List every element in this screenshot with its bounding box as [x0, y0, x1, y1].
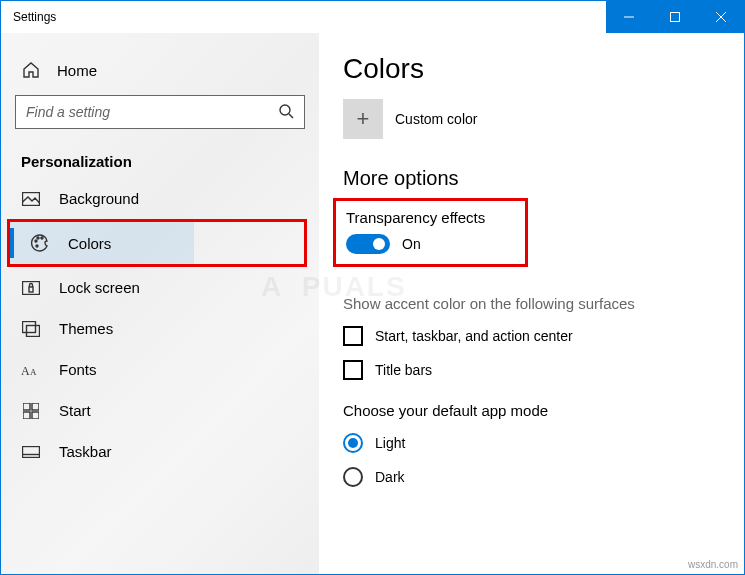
highlight-colors: Colors: [7, 219, 307, 267]
minimize-button[interactable]: [606, 1, 652, 33]
sidebar-item-label: Background: [59, 190, 139, 207]
sidebar-item-background[interactable]: Background: [1, 178, 319, 219]
transparency-state: On: [402, 236, 421, 252]
plus-icon: +: [357, 106, 370, 132]
sidebar-item-themes[interactable]: Themes: [1, 308, 319, 349]
sidebar-item-label: Lock screen: [59, 279, 140, 296]
sidebar-item-label: Start: [59, 402, 91, 419]
home-label: Home: [57, 62, 97, 79]
custom-color-row: + Custom color: [343, 99, 720, 139]
radio-light[interactable]: Light: [343, 433, 720, 453]
sidebar: Home Personalization Background: [1, 33, 319, 574]
checkbox-icon: [343, 360, 363, 380]
svg-rect-13: [23, 321, 36, 332]
svg-rect-21: [23, 446, 40, 457]
svg-rect-20: [32, 412, 39, 419]
highlight-transparency: Transparency effects On: [333, 198, 528, 267]
maximize-button[interactable]: [652, 1, 698, 33]
category-header: Personalization: [1, 135, 319, 178]
palette-icon: [30, 234, 50, 252]
fonts-icon: AA: [21, 363, 41, 377]
toggle-knob: [373, 238, 385, 250]
transparency-label: Transparency effects: [346, 209, 485, 226]
search-icon: [278, 103, 294, 122]
svg-text:A: A: [21, 364, 30, 377]
settings-window: Settings Home: [0, 0, 745, 575]
more-options-header: More options: [343, 167, 720, 190]
custom-color-label: Custom color: [395, 111, 477, 127]
svg-point-7: [35, 240, 37, 242]
window-body: Home Personalization Background: [1, 33, 744, 574]
search-wrap: [1, 89, 319, 135]
page-title: Colors: [343, 53, 720, 85]
app-mode-label: Choose your default app mode: [343, 402, 720, 419]
svg-point-4: [280, 105, 290, 115]
taskbar-icon: [21, 446, 41, 458]
radio-icon: [343, 433, 363, 453]
home-link[interactable]: Home: [1, 51, 319, 89]
sidebar-item-label: Colors: [68, 235, 111, 252]
svg-rect-14: [27, 325, 40, 336]
svg-rect-18: [32, 403, 39, 410]
radio-label: Dark: [375, 469, 405, 485]
themes-icon: [21, 321, 41, 337]
window-title: Settings: [13, 10, 56, 24]
close-button[interactable]: [698, 1, 744, 33]
transparency-toggle[interactable]: [346, 234, 390, 254]
svg-text:A: A: [30, 367, 37, 377]
sidebar-item-label: Themes: [59, 320, 113, 337]
checkbox-label: Title bars: [375, 362, 432, 378]
sidebar-item-label: Fonts: [59, 361, 97, 378]
svg-line-5: [289, 114, 293, 118]
sidebar-item-start[interactable]: Start: [1, 390, 319, 431]
svg-rect-12: [29, 287, 33, 292]
svg-point-10: [36, 245, 38, 247]
sidebar-item-lock-screen[interactable]: Lock screen: [1, 267, 319, 308]
checkbox-label: Start, taskbar, and action center: [375, 328, 573, 344]
start-icon: [21, 403, 41, 419]
window-controls: [606, 1, 744, 33]
radio-icon: [343, 467, 363, 487]
search-box[interactable]: [15, 95, 305, 129]
picture-icon: [21, 192, 41, 206]
search-input[interactable]: [26, 104, 278, 120]
svg-rect-19: [23, 412, 30, 419]
svg-rect-17: [23, 403, 30, 410]
svg-rect-1: [671, 13, 680, 22]
sidebar-item-fonts[interactable]: AA Fonts: [1, 349, 319, 390]
radio-dark[interactable]: Dark: [343, 467, 720, 487]
main-content: Colors + Custom color More options Trans…: [319, 33, 744, 574]
sidebar-item-taskbar[interactable]: Taskbar: [1, 431, 319, 472]
sidebar-item-colors[interactable]: Colors: [10, 222, 194, 264]
add-custom-color-button[interactable]: +: [343, 99, 383, 139]
transparency-toggle-row: On: [346, 234, 485, 258]
nav-items: Background Colors Lock screen: [1, 178, 319, 472]
home-icon: [21, 61, 41, 79]
checkbox-start-taskbar[interactable]: Start, taskbar, and action center: [343, 326, 720, 346]
accent-surfaces-label: Show accent color on the following surfa…: [343, 295, 720, 312]
checkbox-icon: [343, 326, 363, 346]
sidebar-item-label: Taskbar: [59, 443, 112, 460]
svg-point-8: [37, 237, 39, 239]
svg-point-9: [41, 237, 43, 239]
checkbox-title-bars[interactable]: Title bars: [343, 360, 720, 380]
radio-label: Light: [375, 435, 405, 451]
lock-screen-icon: [21, 281, 41, 295]
titlebar: Settings: [1, 1, 744, 33]
